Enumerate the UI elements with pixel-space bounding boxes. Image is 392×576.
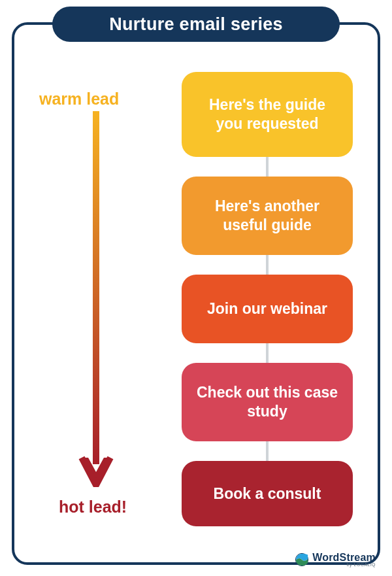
step-label: Check out this case study: [196, 383, 338, 421]
gradient-arrow-icon: [76, 111, 116, 487]
brand-logo: WordStream by LOCALiQ: [295, 552, 376, 567]
wordstream-logo-icon: [295, 553, 308, 566]
diagram-title: Nurture email series: [52, 7, 340, 42]
step-connector: [266, 157, 269, 177]
step-label: Book a consult: [214, 484, 321, 503]
step-label: Here's another useful guide: [196, 197, 338, 235]
step-connector: [266, 441, 269, 461]
hot-lead-label: hot lead!: [59, 498, 127, 517]
step-connector: [266, 343, 269, 363]
step-box-4: Check out this case study: [182, 363, 353, 441]
step-box-2: Here's another useful guide: [182, 177, 353, 255]
step-box-1: Here's the guide you requested: [182, 72, 353, 157]
brand-text: WordStream by LOCALiQ: [312, 552, 376, 567]
svg-rect-0: [93, 111, 99, 464]
diagram-title-text: Nurture email series: [109, 14, 283, 35]
step-label: Here's the guide you requested: [196, 95, 338, 133]
step-box-3: Join our webinar: [182, 275, 353, 343]
warm-lead-label: warm lead: [39, 90, 119, 109]
step-connector: [266, 255, 269, 275]
brand-subtext: by LOCALiQ: [347, 562, 376, 567]
step-label: Join our webinar: [207, 299, 327, 318]
step-box-5: Book a consult: [182, 461, 353, 526]
